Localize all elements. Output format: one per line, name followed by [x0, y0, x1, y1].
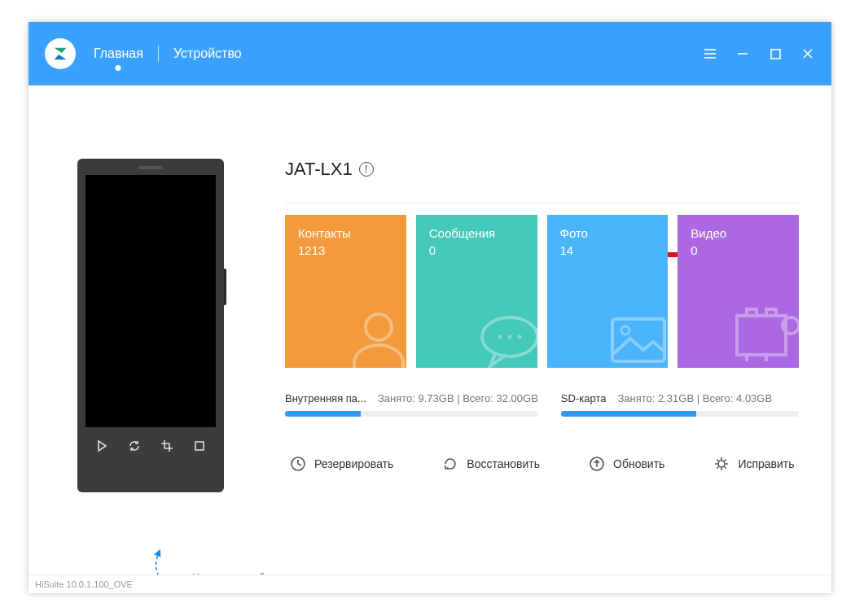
status-bar: HiSuite 10.0.1.100_OVE: [28, 574, 831, 593]
storage-bar: [561, 411, 799, 417]
version-text: HiSuite 10.0.1.100_OVE: [35, 579, 133, 589]
nav-separator: [158, 46, 159, 62]
svg-marker-0: [55, 48, 67, 53]
maximize-button[interactable]: [768, 46, 783, 61]
svg-point-16: [517, 335, 521, 339]
device-title-row: JAT-LX1 !: [285, 159, 799, 180]
storage-fill: [285, 411, 361, 417]
titlebar: Главная Устройство: [28, 22, 831, 85]
backup-button[interactable]: Резервировать: [285, 456, 398, 472]
actions-row: Резервировать Восстановить Обновить Испр…: [285, 454, 799, 474]
minimize-button[interactable]: [735, 46, 750, 61]
svg-marker-9: [99, 441, 106, 451]
close-button[interactable]: [800, 46, 815, 61]
update-button[interactable]: Обновить: [584, 456, 669, 472]
tile-count: 14: [560, 243, 656, 257]
storage-bar: [285, 411, 538, 417]
storage-title: SD-карта: [561, 392, 607, 404]
tile-label: Контакты: [298, 226, 393, 240]
photos-icon: [601, 301, 668, 368]
svg-point-18: [621, 326, 629, 334]
phone-refresh-icon[interactable]: [125, 437, 143, 455]
fullscreen-hint: Нажмите, чтобы перейти к полноэкранной: [167, 570, 297, 574]
phone-side-button: [224, 269, 226, 305]
phone-square-icon[interactable]: [191, 437, 208, 455]
phone-nav-bar: [77, 427, 224, 464]
svg-point-14: [498, 335, 502, 339]
tile-label: Сообщения: [429, 226, 524, 240]
hint-close-button[interactable]: ×: [305, 570, 315, 574]
action-label: Обновить: [613, 457, 664, 470]
tab-device[interactable]: Устройство: [170, 45, 245, 63]
tile-contacts[interactable]: Контакты 1213: [285, 215, 406, 368]
storage-internal: Внутренняя па... Занято: 9.73GB | Всего:…: [285, 392, 538, 417]
action-label: Восстановить: [467, 457, 540, 470]
tile-count: 1213: [298, 243, 393, 257]
tile-photos[interactable]: Фото 14: [547, 215, 669, 368]
contacts-icon: [340, 301, 406, 368]
app-window: Главная Устройство: [28, 22, 831, 593]
storage-fill: [561, 411, 697, 417]
tile-label: Видео: [691, 226, 786, 240]
messages-icon: [471, 301, 537, 368]
nav-tabs: Главная Устройство: [90, 45, 245, 63]
tile-messages[interactable]: Сообщения 0: [416, 215, 537, 368]
svg-rect-6: [771, 50, 780, 59]
tile-count: 0: [429, 243, 524, 257]
svg-point-15: [507, 335, 511, 339]
repair-button[interactable]: Исправить: [708, 456, 799, 472]
svg-marker-1: [55, 55, 67, 59]
tile-count: 0: [691, 243, 786, 257]
svg-point-22: [718, 461, 725, 467]
svg-rect-10: [195, 442, 204, 450]
menu-icon[interactable]: [703, 46, 717, 61]
storage-row: Внутренняя па... Занято: 9.73GB | Всего:…: [285, 392, 799, 417]
tile-label: Фото: [560, 226, 656, 240]
tab-home[interactable]: Главная: [90, 45, 147, 63]
window-controls: [703, 46, 822, 61]
phone-frame: [77, 159, 224, 492]
phone-screen[interactable]: [86, 175, 216, 427]
device-name: JAT-LX1: [285, 159, 353, 180]
storage-sd: SD-карта Занято: 2.31GB | Всего: 4.03GB: [561, 392, 799, 417]
phone-back-icon[interactable]: [93, 437, 111, 455]
phone-speaker: [138, 166, 163, 169]
phone-crop-icon[interactable]: [158, 437, 176, 455]
device-info-icon[interactable]: !: [359, 162, 374, 177]
svg-rect-17: [612, 319, 664, 361]
restore-button[interactable]: Восстановить: [437, 456, 545, 472]
storage-title: Внутренняя па...: [285, 392, 366, 404]
tile-videos[interactable]: Видео 0: [677, 215, 799, 368]
divider: [285, 203, 799, 203]
phone-preview: Нажмите, чтобы перейти к полноэкранной ×: [77, 159, 240, 492]
tiles-row: Контакты 1213 Сообщения 0 Фото 14 Видео …: [285, 215, 799, 368]
content-area: Нажмите, чтобы перейти к полноэкранной ×…: [28, 85, 831, 574]
device-info-panel: JAT-LX1 ! Контакты 1213 Сообщения 0: [285, 159, 799, 474]
action-label: Резервировать: [314, 457, 393, 470]
svg-point-12: [366, 314, 392, 340]
videos-icon: [727, 296, 799, 368]
app-logo-icon: [45, 38, 76, 69]
action-label: Исправить: [738, 457, 794, 470]
